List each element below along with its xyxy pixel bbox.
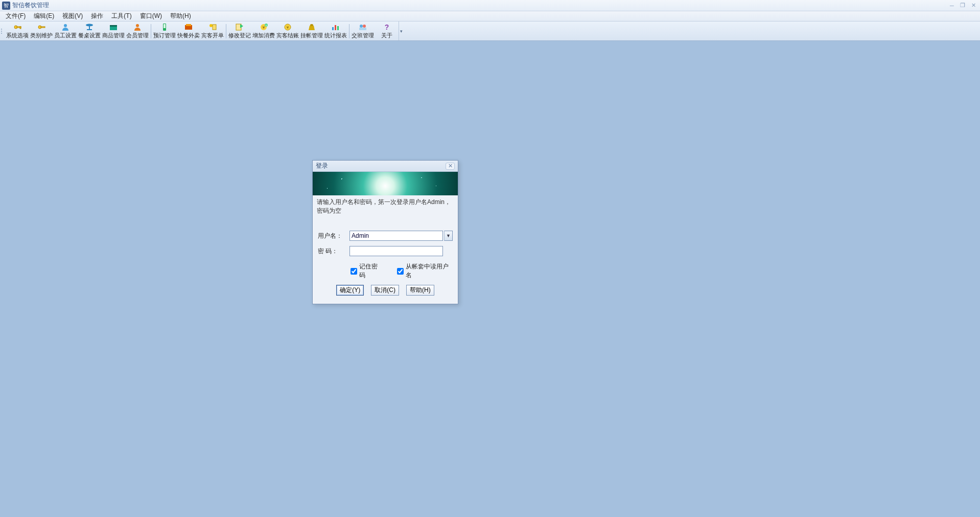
svg-point-16: [209, 24, 213, 27]
toolbar-label: 增加消费: [252, 32, 275, 39]
table-icon: [84, 23, 95, 31]
add-icon: ¥+: [259, 23, 269, 31]
coin-icon: ¥: [283, 23, 293, 31]
read-user-input[interactable]: [397, 268, 404, 275]
toolbar-label: 统计报表: [324, 32, 347, 39]
menu-tools[interactable]: 工具(T): [107, 11, 135, 21]
cancel-button[interactable]: 取消(C): [371, 285, 399, 296]
svg-rect-27: [335, 25, 336, 30]
username-dropdown-button[interactable]: ▼: [444, 231, 453, 241]
svg-text:?: ?: [384, 23, 389, 31]
svg-rect-17: [213, 25, 216, 30]
edit-icon: [235, 23, 245, 31]
menu-help[interactable]: 帮助(H): [166, 11, 195, 21]
help-button[interactable]: 帮助(H): [406, 285, 434, 296]
toolbar-about[interactable]: ? 关于: [375, 21, 399, 40]
login-instruction: 请输入用户名和密码，第一次登录用户名Admin，密码为空: [313, 195, 458, 216]
toolbar-label: 宾客结账: [276, 32, 299, 39]
svg-rect-10: [110, 25, 117, 27]
phone-icon: [159, 23, 170, 31]
toolbar-fastfood[interactable]: 快餐外卖: [176, 21, 200, 40]
login-form: 用户名： ▼ 密 码： 记住密码 从帐套中读用户名 确定(Y) 取消(: [313, 216, 458, 304]
toolbar-overflow[interactable]: ▾: [399, 21, 404, 40]
vip-icon: [132, 23, 143, 31]
toolbar-label: 关于: [381, 32, 392, 39]
toolbar-checkout[interactable]: ¥ 宾客结账: [275, 21, 299, 40]
toolbar-members[interactable]: 会员管理: [125, 21, 149, 40]
svg-point-30: [363, 25, 366, 28]
remember-password-checkbox[interactable]: 记住密码: [351, 262, 383, 280]
toolbar-label: 快餐外卖: [177, 32, 200, 39]
titlebar: 智 智信餐饮管理 ─ ❐ ✕: [0, 0, 980, 11]
remember-password-input[interactable]: [351, 268, 357, 275]
svg-text:¥: ¥: [262, 25, 265, 30]
toolbar-system-options[interactable]: 系统选项: [5, 21, 29, 40]
toolbar-add-consume[interactable]: ¥+ 增加消费: [251, 21, 275, 40]
svg-point-29: [360, 25, 363, 28]
remember-password-label: 记住密码: [359, 262, 383, 280]
toolbar-label: 修改登记: [228, 32, 251, 39]
key-icon: [36, 23, 46, 31]
toolbar-reports[interactable]: 统计报表: [323, 21, 347, 40]
dialog-close-button[interactable]: ✕: [446, 163, 455, 170]
order-icon: [207, 23, 218, 31]
toolbar-label: 交班管理: [352, 32, 374, 39]
minimize-button[interactable]: ─: [947, 2, 956, 9]
toolbar-label: 员工设置: [54, 32, 77, 39]
svg-rect-8: [87, 29, 92, 30]
login-dialog: 登录 ✕ 请输入用户名和密码，第一次登录用户名Admin，密码为空 用户名： ▼…: [312, 160, 458, 304]
toolbar-tables[interactable]: 餐桌设置: [77, 21, 101, 40]
ok-button[interactable]: 确定(Y): [336, 285, 364, 296]
svg-text:¥: ¥: [286, 25, 289, 30]
read-user-label: 从帐套中读用户名: [406, 262, 453, 280]
toolbar-label: 类别维护: [30, 32, 53, 39]
box-icon: [108, 23, 119, 31]
toolbar-guest-order[interactable]: 宾客开单: [200, 21, 224, 40]
toolbar-label: 预订管理: [153, 32, 176, 39]
read-user-checkbox[interactable]: 从帐套中读用户名: [397, 262, 453, 280]
close-window-button[interactable]: ✕: [969, 2, 978, 9]
password-input[interactable]: [349, 246, 443, 256]
svg-rect-2: [20, 27, 21, 29]
bag-icon: [307, 23, 317, 31]
svg-point-11: [136, 24, 139, 27]
menu-window[interactable]: 窗口(W): [136, 11, 166, 21]
toolbar-grip: [1, 21, 4, 40]
menu-file[interactable]: 文件(F): [2, 11, 30, 21]
menubar: 文件(F) 编辑(E) 视图(V) 操作 工具(T) 窗口(W) 帮助(H): [0, 11, 980, 21]
workspace: [0, 41, 980, 517]
svg-point-5: [64, 24, 67, 27]
username-label: 用户名：: [318, 232, 349, 240]
svg-point-25: [310, 24, 313, 26]
toolbar: 系统选项 类别维护 员工设置 餐桌设置 商品管理 会员管理 预订管理 快餐外卖 …: [0, 21, 980, 41]
dialog-title: 登录: [316, 162, 328, 170]
svg-rect-31: [359, 28, 366, 30]
key-icon: [12, 23, 22, 31]
username-input[interactable]: [349, 231, 443, 241]
toolbar-credit[interactable]: 挂帐管理: [299, 21, 323, 40]
svg-rect-15: [186, 24, 191, 26]
dialog-titlebar[interactable]: 登录 ✕: [313, 161, 458, 172]
svg-rect-26: [332, 27, 334, 30]
toolbar-booking[interactable]: 预订管理: [152, 21, 176, 40]
toolbar-staff[interactable]: 员工设置: [53, 21, 77, 40]
window-title: 智信餐饮管理: [12, 1, 49, 10]
toolbar-label: 餐桌设置: [78, 32, 101, 39]
menu-view[interactable]: 视图(V): [58, 11, 87, 21]
toolbar-shift[interactable]: 交班管理: [351, 21, 375, 40]
chart-icon: [331, 23, 341, 31]
toolbar-label: 宾客开单: [201, 32, 224, 39]
toolbar-modify[interactable]: 修改登记: [227, 21, 251, 40]
shift-icon: [358, 23, 368, 31]
app-icon: 智: [2, 2, 10, 10]
toolbar-label: 系统选项: [6, 32, 29, 39]
toolbar-products[interactable]: 商品管理: [101, 21, 125, 40]
toolbar-category[interactable]: 类别维护: [29, 21, 53, 40]
toolbar-label: 商品管理: [102, 32, 125, 39]
menu-edit[interactable]: 编辑(E): [30, 11, 58, 21]
menu-operate[interactable]: 操作: [87, 11, 107, 21]
maximize-button[interactable]: ❐: [958, 2, 967, 9]
svg-rect-28: [337, 26, 339, 30]
svg-rect-4: [41, 27, 45, 28]
svg-rect-13: [164, 24, 166, 28]
